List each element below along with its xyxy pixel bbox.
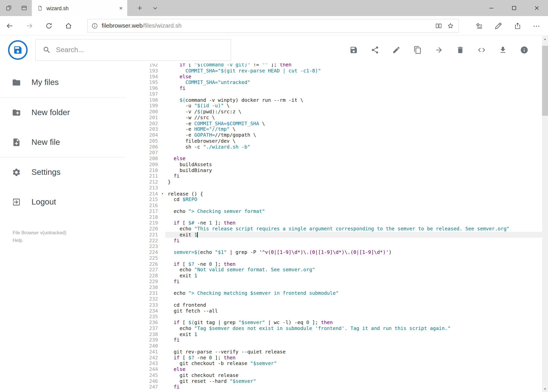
code-line[interactable]: 216 [126, 202, 542, 208]
code-line[interactable]: 231 echo "> Checking matching $semver in… [126, 290, 542, 296]
scroll-up-icon[interactable]: ▲ [542, 36, 548, 42]
code-line[interactable]: 237 echo "Tag $semver does not exist in … [126, 325, 542, 331]
code-line[interactable]: 230 [126, 284, 542, 290]
rename-button[interactable] [392, 46, 401, 54]
code-line[interactable]: 210 buildBinary [126, 167, 542, 173]
help-link[interactable]: Help [13, 238, 126, 243]
code-line[interactable]: 211 fi [126, 173, 542, 179]
maximize-button[interactable] [503, 0, 525, 16]
share-button[interactable] [371, 46, 379, 54]
copy-button[interactable] [413, 46, 422, 54]
code-line[interactable]: 241 git rev-parse --verify --quiet relea… [126, 349, 542, 355]
home-button[interactable] [59, 16, 78, 35]
code-line[interactable]: 195 COMMIT_SHA="untracked" [126, 79, 542, 85]
share-button-browser[interactable] [508, 16, 527, 35]
code-line[interactable]: 220 echo "This release script requires a… [126, 226, 542, 232]
code-line[interactable]: 196 fi [126, 85, 542, 91]
code-line[interactable]: 235 [126, 314, 542, 320]
scrollbar-thumb[interactable] [542, 46, 548, 116]
code-line[interactable]: 215 cd $REPO [126, 196, 542, 202]
code-line[interactable]: 219 if [ $# -ne 1 ]; then [126, 220, 542, 226]
set-tabs-aside-button[interactable] [1, 0, 16, 16]
code-line[interactable]: 228 exit 1 [126, 273, 542, 279]
code-line[interactable]: 244 else [126, 366, 542, 372]
code-line[interactable]: 236 if [ $(git tag | grep "$semver" | wc… [126, 320, 542, 325]
code-line[interactable]: 247 fi [126, 384, 542, 390]
scroll-down-icon[interactable]: ▼ [542, 386, 548, 392]
code-line[interactable]: 229 fi [126, 279, 542, 284]
tab-list-dropdown-button[interactable] [147, 0, 163, 16]
code-line[interactable]: 227 echo "Not valid semver format. See s… [126, 267, 542, 273]
code-line[interactable]: 234 git fetch --all [126, 308, 542, 314]
code-line[interactable]: 240 [126, 343, 542, 349]
back-button[interactable] [0, 16, 20, 35]
code-line[interactable]: 242 if [ $? -ne 0 ]; then [126, 355, 542, 360]
code-line[interactable]: 199 -u "$(id -u)" \ [126, 103, 542, 109]
sidebar-item-logout[interactable]: Logout [0, 187, 126, 217]
code-line[interactable]: 207 [126, 150, 542, 156]
code-line[interactable]: 218 [126, 214, 542, 220]
tab-close-icon[interactable]: × [119, 5, 123, 11]
code-line[interactable]: 212} [126, 179, 542, 185]
code-line[interactable]: 226 if [ $? -ne 0 ]; then [126, 261, 542, 267]
address-bar[interactable]: filebrowser.web/files/wizard.sh [87, 19, 459, 33]
code-line[interactable]: 198 $(command -v winpty) docker run --rm… [126, 97, 542, 103]
close-button[interactable] [525, 0, 548, 16]
minimize-button[interactable] [480, 0, 503, 16]
code-line[interactable]: 238 exit 1 [126, 331, 542, 337]
source-view-button[interactable] [477, 46, 486, 54]
browser-tab[interactable]: wizard.sh × [32, 0, 127, 16]
delete-button[interactable] [456, 46, 465, 54]
code-line[interactable]: 213 [126, 185, 542, 191]
filebrowser-logo[interactable] [8, 40, 28, 60]
code-line[interactable]: 200 -v /$(pwd):/src:z \ [126, 109, 542, 115]
refresh-button[interactable] [39, 16, 59, 35]
sidebar-item-new-folder[interactable]: New folder [0, 98, 126, 127]
fold-arrow-icon[interactable]: ▾ [160, 191, 165, 196]
site-info-icon[interactable] [91, 22, 98, 29]
sidebar-item-my-files[interactable]: My files [0, 68, 126, 97]
code-line[interactable]: 194 else [126, 74, 542, 79]
code-line[interactable]: 208 else [126, 156, 542, 161]
scrollbar-track[interactable] [542, 42, 548, 386]
code-line[interactable]: 214▾release () { [126, 191, 542, 196]
code-line[interactable]: 243 git checkout -b release "$semver" [126, 360, 542, 366]
code-line[interactable]: 205 filebrowser/dev \ [126, 138, 542, 144]
code-line[interactable]: 206 sh -c "./wizard.sh -b" [126, 144, 542, 150]
code-line[interactable]: 201 -w //src \ [126, 114, 542, 120]
code-line[interactable]: 222 fi [126, 238, 542, 244]
code-line[interactable]: 204 -e GOPATH=//tmp/gopath \ [126, 132, 542, 138]
move-button[interactable] [435, 46, 443, 54]
code-line[interactable]: 221 exit 1 [126, 232, 542, 238]
code-line[interactable]: 223 [126, 244, 542, 249]
code-line[interactable]: 246 git reset --hard "$semver" [126, 378, 542, 384]
code-line[interactable]: 233 cd frontend [126, 302, 542, 308]
download-button[interactable] [499, 46, 507, 54]
code-line[interactable]: 202 -e COMMIT_SHA=$COMMIT_SHA \ [126, 120, 542, 126]
code-line[interactable]: 232 [126, 296, 542, 302]
reading-view-button[interactable] [433, 22, 445, 29]
code-line[interactable]: 209 buildAssets [126, 161, 542, 167]
code-editor[interactable]: 192 if [ "$(command -v git)" != "" ]; th… [126, 64, 542, 392]
search-box[interactable] [35, 39, 231, 61]
code-line[interactable]: 193 COMMIT_SHA="$(git rev-parse HEAD | c… [126, 68, 542, 74]
code-line[interactable]: 192 if [ "$(command -v git)" != "" ]; th… [126, 64, 542, 68]
new-tab-button[interactable] [132, 0, 147, 16]
web-note-button[interactable] [489, 16, 508, 35]
tabs-preview-button[interactable] [16, 0, 32, 16]
code-line[interactable]: 217 echo "> Checking semver format" [126, 208, 542, 214]
settings-more-button[interactable]: ⋯ [527, 16, 546, 35]
code-line[interactable]: 245 git checkout release [126, 372, 542, 378]
forward-button[interactable] [20, 16, 39, 35]
code-line[interactable]: 203 -e HOME="//tmp" \ [126, 126, 542, 132]
add-favorite-button[interactable] [444, 22, 457, 29]
code-line[interactable]: 239 fi [126, 337, 542, 343]
code-line[interactable]: 225 [126, 255, 542, 261]
code-line[interactable]: 197 [126, 91, 542, 97]
page-scrollbar[interactable]: ▲ ▼ [542, 36, 548, 392]
sidebar-item-settings[interactable]: Settings [0, 157, 126, 187]
save-button[interactable] [349, 46, 358, 54]
info-button[interactable] [520, 46, 528, 54]
search-input[interactable] [56, 46, 203, 54]
hub-favorites-button[interactable] [469, 16, 489, 35]
